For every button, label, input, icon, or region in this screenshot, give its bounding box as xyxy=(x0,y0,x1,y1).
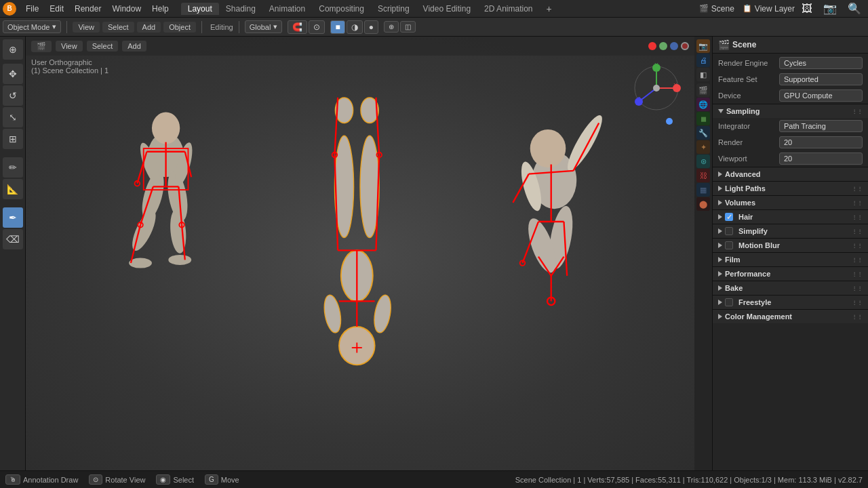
dot-blue[interactable] xyxy=(670,42,678,50)
rotate-tool[interactable]: ↺ xyxy=(3,85,23,106)
rotate-view-label: Rotate View xyxy=(105,476,145,484)
motion-blur-dots[interactable]: ⋮⋮ xyxy=(852,243,863,249)
viewport-value[interactable]: 20 xyxy=(779,152,863,165)
search-btn[interactable]: 🔍 xyxy=(844,2,865,15)
cursor-tool[interactable]: ⊕ xyxy=(3,39,23,60)
render-btn[interactable]: 🖼 xyxy=(797,3,816,15)
menu-render[interactable]: Render xyxy=(69,3,106,15)
annotate-tool[interactable]: ✏ xyxy=(3,157,23,178)
dot-red[interactable] xyxy=(648,42,656,50)
particles-icon[interactable]: ✦ xyxy=(696,140,710,154)
motion-blur-section[interactable]: Motion Blur ⋮⋮ xyxy=(713,238,868,252)
global-dropdown[interactable]: Global ▾ xyxy=(245,20,283,33)
mode-dropdown[interactable]: Object Mode ▾ xyxy=(3,20,61,33)
volumes-dots[interactable]: ⋮⋮ xyxy=(852,200,863,206)
sampling-dots[interactable]: ⋮⋮ xyxy=(852,108,863,115)
view-layer-icon[interactable]: ◧ xyxy=(696,68,710,81)
shading-solid[interactable]: ■ xyxy=(330,20,344,34)
motion-blur-checkbox[interactable] xyxy=(725,241,733,249)
add-workspace-btn[interactable]: + xyxy=(539,2,558,16)
shading-render[interactable]: ● xyxy=(364,20,378,34)
transform-tool[interactable]: ⊞ xyxy=(3,129,23,149)
simplify-section[interactable]: Simplify ⋮⋮ xyxy=(713,224,868,238)
menu-edit[interactable]: Edit xyxy=(44,3,69,15)
scene-icon[interactable]: 🎬 xyxy=(696,83,710,97)
snap-btn[interactable]: 🧲 xyxy=(288,20,307,34)
select-btn[interactable]: Select xyxy=(102,22,134,33)
dot-green[interactable] xyxy=(659,42,667,50)
navigation-gizmo[interactable]: X Y Z xyxy=(629,61,684,115)
hair-checkbox[interactable]: ✓ xyxy=(725,213,733,221)
render-engine-label: Render Engine xyxy=(718,59,779,67)
tab-compositing[interactable]: Compositing xyxy=(312,3,371,15)
integrator-value[interactable]: Path Tracing xyxy=(779,120,863,132)
view-btn[interactable]: View xyxy=(73,22,100,33)
modifier-icon[interactable]: 🔧 xyxy=(696,126,710,140)
object-icon[interactable]: ◼ xyxy=(696,112,710,125)
shading-material[interactable]: ◑ xyxy=(347,20,363,34)
vp-menu-add[interactable]: Add xyxy=(122,41,146,52)
constraints-icon[interactable]: ⛓ xyxy=(696,169,710,182)
sampling-section[interactable]: Sampling ⋮⋮ xyxy=(713,104,868,118)
tab-layout[interactable]: Layout xyxy=(181,3,219,15)
physics-icon[interactable]: ⊛ xyxy=(696,155,710,168)
freestyle-dots[interactable]: ⋮⋮ xyxy=(852,300,863,306)
tab-shading[interactable]: Shading xyxy=(219,3,262,15)
performance-dots[interactable]: ⋮⋮ xyxy=(852,271,863,277)
render-value[interactable]: 20 xyxy=(779,136,863,148)
render-engine-value[interactable]: Cycles xyxy=(779,57,863,69)
volumes-section[interactable]: Volumes ⋮⋮ xyxy=(713,195,868,209)
render-icon[interactable]: 📷 xyxy=(696,39,710,53)
xray-btn[interactable]: ◫ xyxy=(400,21,416,33)
color-management-section[interactable]: Color Management ⋮⋮ xyxy=(713,309,868,323)
viewport[interactable]: 🎬 View Select Add User Orthographic (1) … xyxy=(26,37,694,470)
move-label: Move xyxy=(221,476,239,484)
menu-window[interactable]: Window xyxy=(106,3,146,15)
measure-tool[interactable]: 📐 xyxy=(3,179,23,199)
world-icon[interactable]: 🌐 xyxy=(696,98,710,111)
simplify-dots[interactable]: ⋮⋮ xyxy=(852,228,863,235)
dot-close[interactable] xyxy=(681,42,689,50)
freestyle-section[interactable]: Freestyle ⋮⋮ xyxy=(713,295,868,309)
move-tool[interactable]: ✥ xyxy=(3,64,23,84)
tab-scripting[interactable]: Scripting xyxy=(371,3,416,15)
tab-2d-animation[interactable]: 2D Animation xyxy=(477,3,539,15)
menu-help[interactable]: Help xyxy=(146,3,174,15)
data-icon[interactable]: ▦ xyxy=(696,183,710,197)
hair-dots[interactable]: ⋮⋮ xyxy=(852,214,863,220)
tab-animation[interactable]: Animation xyxy=(262,3,312,15)
vp-menu-view[interactable]: View xyxy=(56,41,83,52)
color-management-dots[interactable]: ⋮⋮ xyxy=(852,314,863,320)
bake-dots[interactable]: ⋮⋮ xyxy=(852,285,863,291)
annotation-draw-tool[interactable]: ✒ xyxy=(3,207,23,228)
film-dots[interactable]: ⋮⋮ xyxy=(852,257,863,263)
scene-selector[interactable]: 🎬 Scene xyxy=(699,4,734,14)
view-layer-selector[interactable]: 📋 View Layer xyxy=(743,4,795,14)
light-paths-dots[interactable]: ⋮⋮ xyxy=(852,186,863,192)
film-section[interactable]: Film ⋮⋮ xyxy=(713,252,868,266)
simplify-checkbox[interactable] xyxy=(725,227,733,235)
object-btn[interactable]: Object xyxy=(163,22,196,33)
vp-menu-select[interactable]: Select xyxy=(87,41,119,52)
add-btn[interactable]: Add xyxy=(137,22,161,33)
advanced-section[interactable]: Advanced xyxy=(713,167,868,181)
svg-point-10 xyxy=(653,85,660,92)
annotation-erase-tool[interactable]: ⌫ xyxy=(3,229,23,249)
move-status: G Move xyxy=(205,474,239,485)
overlay-btn[interactable]: ⊕ xyxy=(384,21,399,33)
bake-section[interactable]: Bake ⋮⋮ xyxy=(713,281,868,295)
feature-set-value[interactable]: Supported xyxy=(779,73,863,85)
scale-tool[interactable]: ⤡ xyxy=(3,107,23,127)
output-icon[interactable]: 🖨 xyxy=(696,54,710,67)
performance-section[interactable]: Performance ⋮⋮ xyxy=(713,266,868,281)
menu-file[interactable]: File xyxy=(20,3,44,15)
freestyle-checkbox[interactable] xyxy=(725,298,733,306)
tab-video-editing[interactable]: Video Editing xyxy=(416,3,478,15)
vp-editor-type[interactable]: 🎬 xyxy=(31,41,52,52)
light-paths-section[interactable]: Light Paths ⋮⋮ xyxy=(713,181,868,195)
hair-section[interactable]: ✓ Hair ⋮⋮ xyxy=(713,209,868,224)
view-render-btn[interactable]: 📷 xyxy=(819,2,841,15)
device-value[interactable]: GPU Compute xyxy=(779,89,863,102)
proportional-btn[interactable]: ⊙ xyxy=(309,20,325,34)
material-icon[interactable]: ⬤ xyxy=(696,197,710,211)
